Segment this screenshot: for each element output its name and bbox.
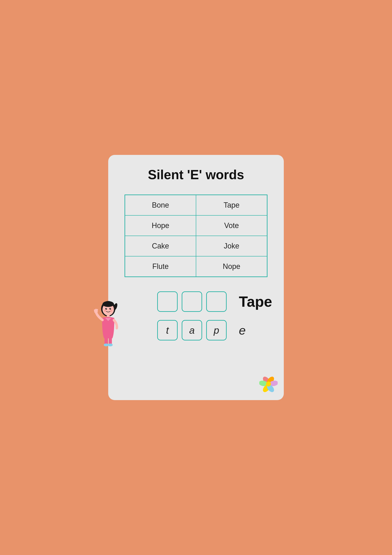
table-cell-right: Tape [196,195,267,216]
table-cell-left: Cake [125,236,196,256]
table-cell-right: Nope [196,256,267,277]
table-row: CakeJoke [125,236,267,256]
letter-tile-a[interactable]: a [182,320,202,340]
letter-tiles-row: t a p e [157,320,246,340]
exercise-section: Tape t a p e [125,291,267,340]
answer-box-1[interactable] [157,291,178,312]
table-cell-left: Flute [125,256,196,277]
table-cell-left: Bone [125,195,196,216]
girl-character [94,298,122,347]
answer-boxes-row: Tape [157,291,272,312]
page-title: Silent 'E' words [148,167,244,182]
svg-point-7 [110,308,111,309]
table-row: BoneTape [125,195,267,216]
table-row: HopeVote [125,215,267,236]
svg-point-6 [106,308,107,309]
table-cell-left: Hope [125,215,196,236]
target-word-label: Tape [239,293,272,310]
letter-tile-p[interactable]: p [206,320,227,340]
svg-rect-16 [109,337,112,344]
table-row: FluteNope [125,256,267,277]
table-cell-right: Vote [196,215,267,236]
flower-decoration [259,375,278,394]
letter-tile-t[interactable]: t [157,320,178,340]
word-table: BoneTapeHopeVoteCakeJokeFluteNope [125,195,267,277]
svg-point-18 [108,343,113,346]
svg-rect-15 [105,337,108,344]
svg-point-25 [266,381,271,387]
svg-point-14 [96,309,98,311]
answer-box-2[interactable] [182,291,202,312]
silent-letter: e [239,323,246,337]
main-card: Silent 'E' words BoneTapeHopeVoteCakeJok… [108,155,284,400]
table-cell-right: Joke [196,236,267,256]
svg-point-3 [102,301,114,307]
svg-point-9 [110,310,112,312]
answer-box-3[interactable] [206,291,227,312]
svg-point-8 [104,310,106,312]
